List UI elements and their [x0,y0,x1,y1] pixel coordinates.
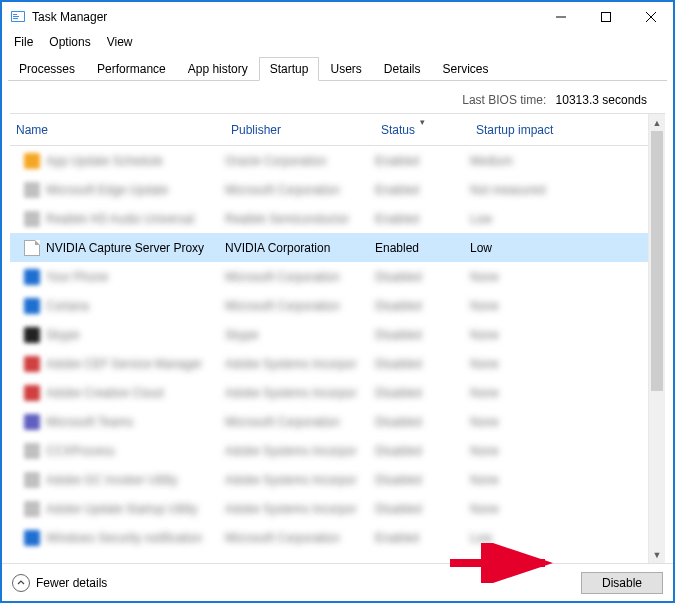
app-item-icon [24,269,40,285]
row-status: Disabled [375,328,422,342]
row-publisher: Skype [225,328,258,342]
minimize-button[interactable] [538,2,583,32]
row-status: Enabled [375,154,419,168]
row-status: Disabled [375,415,422,429]
row-status: Disabled [375,386,422,400]
row-impact: None [470,357,499,371]
row-name: Realtek HD Audio Universal [46,212,194,226]
row-publisher: Adobe Systems Incorpor [225,386,356,400]
maximize-button[interactable] [583,2,628,32]
tab-app-history[interactable]: App history [177,57,259,81]
table-row[interactable]: Adobe Update Startup UtilityAdobe System… [10,494,648,523]
maximize-icon [601,12,611,22]
row-publisher: Adobe Systems Incorpor [225,473,356,487]
row-status: Disabled [375,357,422,371]
row-name: Microsoft Teams [46,415,133,429]
row-publisher: Realtek Semiconductor [225,212,349,226]
column-publisher[interactable]: Publisher [225,119,375,141]
fewer-details-button[interactable]: Fewer details [12,574,107,592]
startup-table: Name Publisher ▾ Status Startup impact A… [10,113,665,563]
scroll-thumb[interactable] [651,131,663,391]
minimize-icon [556,12,566,22]
row-impact: None [470,444,499,458]
close-button[interactable] [628,2,673,32]
row-name: CCXProcess [46,444,115,458]
bios-label: Last BIOS time: [462,93,546,107]
tab-details[interactable]: Details [373,57,432,81]
row-publisher: Microsoft Corporation [225,183,340,197]
window-buttons [538,2,673,32]
row-impact: Low [470,241,492,255]
table-body-wrap: Name Publisher ▾ Status Startup impact A… [10,114,648,563]
svg-rect-2 [13,14,17,15]
app-item-icon [24,385,40,401]
row-impact: Not measured [470,183,545,197]
table-row[interactable]: App Update ScheduleOracle CorporationEna… [10,146,648,175]
app-item-icon [24,211,40,227]
column-status-label: Status [381,123,415,137]
row-impact: None [470,473,499,487]
column-impact[interactable]: Startup impact [470,119,590,141]
chevron-up-icon [12,574,30,592]
svg-rect-6 [601,13,610,22]
row-publisher: Microsoft Corporation [225,531,340,545]
tab-processes[interactable]: Processes [8,57,86,81]
row-name: Microsoft Edge Update [46,183,168,197]
row-impact: Low [470,212,492,226]
disable-button[interactable]: Disable [581,572,663,594]
task-manager-window: Task Manager File Options View Processes… [0,0,675,603]
row-impact: None [470,386,499,400]
row-publisher: Oracle Corporation [225,154,326,168]
app-item-icon [24,414,40,430]
row-publisher: Microsoft Corporation [225,415,340,429]
table-row[interactable]: SkypeSkypeDisabledNone [10,320,648,349]
column-name[interactable]: Name [10,119,225,141]
row-name: App Update Schedule [46,154,163,168]
table-row[interactable]: Adobe Creative CloudAdobe Systems Incorp… [10,378,648,407]
row-publisher: Microsoft Corporation [225,299,340,313]
app-item-icon [24,153,40,169]
app-item-icon [24,472,40,488]
table-row[interactable]: Microsoft TeamsMicrosoft CorporationDisa… [10,407,648,436]
row-name: Adobe Update Startup Utility [46,502,197,516]
table-row[interactable]: CortanaMicrosoft CorporationDisabledNone [10,291,648,320]
row-publisher: Adobe Systems Incorpor [225,357,356,371]
tab-users[interactable]: Users [319,57,372,81]
row-name: Adobe CEF Service Manager [46,357,202,371]
table-row[interactable]: CCXProcessAdobe Systems IncorporDisabled… [10,436,648,465]
row-name: Skype [46,328,79,342]
tab-performance[interactable]: Performance [86,57,177,81]
vertical-scrollbar[interactable]: ▲ ▼ [648,114,665,563]
menu-file[interactable]: File [6,33,41,51]
table-row[interactable]: Microsoft Edge UpdateMicrosoft Corporati… [10,175,648,204]
table-row[interactable]: Adobe CEF Service ManagerAdobe Systems I… [10,349,648,378]
row-impact: None [470,328,499,342]
table-row[interactable]: Adobe GC Invoker UtilityAdobe Systems In… [10,465,648,494]
row-publisher: Adobe Systems Incorpor [225,444,356,458]
row-status: Disabled [375,299,422,313]
row-status: Disabled [375,270,422,284]
chevron-down-icon: ▾ [420,117,425,127]
scroll-down-icon[interactable]: ▼ [649,546,665,563]
app-icon [10,9,26,25]
row-name: Adobe GC Invoker Utility [46,473,177,487]
row-publisher: Microsoft Corporation [225,270,340,284]
tab-services[interactable]: Services [432,57,500,81]
scroll-up-icon[interactable]: ▲ [649,114,665,131]
row-impact: Medium [470,154,513,168]
bios-value: 10313.3 seconds [556,93,647,107]
menu-view[interactable]: View [99,33,141,51]
row-impact: None [470,270,499,284]
table-row[interactable]: Windows Security notificationMicrosoft C… [10,523,648,552]
table-row[interactable]: NVIDIA Capture Server ProxyNVIDIA Corpor… [10,233,648,262]
app-item-icon [24,501,40,517]
row-impact: None [470,502,499,516]
app-item-icon [24,356,40,372]
row-name: Your Phone [46,270,108,284]
column-status[interactable]: ▾ Status [375,119,470,141]
tab-startup[interactable]: Startup [259,57,320,81]
menu-options[interactable]: Options [41,33,98,51]
table-row[interactable]: Realtek HD Audio UniversalRealtek Semico… [10,204,648,233]
row-name: Windows Security notification [46,531,202,545]
table-row[interactable]: Your PhoneMicrosoft CorporationDisabledN… [10,262,648,291]
